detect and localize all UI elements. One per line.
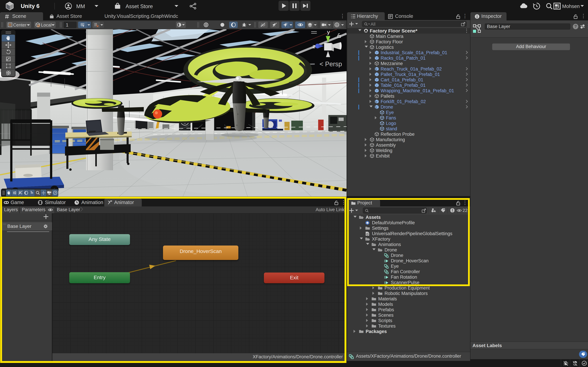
svg-text:< Persp: < Persp — [320, 60, 342, 68]
svg-text:y: y — [327, 29, 330, 35]
svg-text:Y: Y — [83, 25, 84, 27]
svg-text:z: z — [312, 43, 315, 50]
